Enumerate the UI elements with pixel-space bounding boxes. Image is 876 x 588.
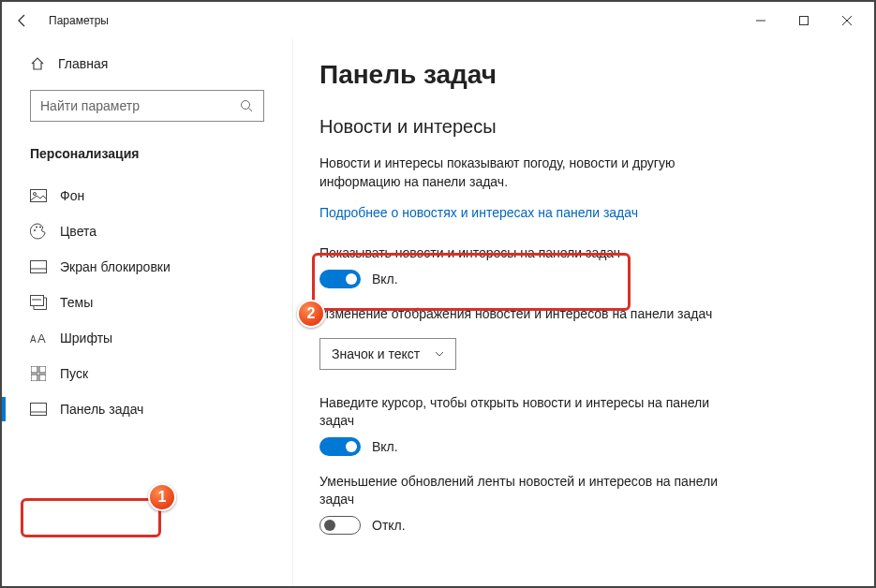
lockscreen-icon (30, 258, 47, 275)
nav-label: Экран блокировки (60, 259, 171, 274)
sidebar-item-themes[interactable]: Темы (9, 285, 285, 320)
svg-rect-17 (39, 375, 46, 381)
sidebar-item-lockscreen[interactable]: Экран блокировки (9, 249, 285, 285)
dropdown-value: Значок и текст (332, 346, 420, 361)
svg-rect-1 (800, 17, 809, 25)
fonts-icon: AA (30, 330, 47, 346)
svg-text:A: A (37, 331, 46, 345)
svg-rect-9 (31, 261, 47, 273)
section-description: Новости и интересы показывают погоду, но… (319, 154, 732, 191)
toggle-reduce-updates-state: Откл. (372, 518, 406, 533)
home-label: Главная (58, 56, 108, 71)
nav-label: Пуск (60, 366, 88, 381)
nav-label: Фон (60, 188, 84, 203)
section-title: Новости и интересы (319, 116, 848, 138)
nav-label: Панель задач (60, 402, 143, 417)
window-title: Параметры (49, 14, 109, 27)
annotation-badge-2: 2 (297, 300, 325, 328)
nav-label: Цвета (60, 224, 97, 239)
svg-point-5 (34, 193, 37, 196)
palette-icon (30, 223, 47, 240)
chevron-down-icon (435, 351, 444, 357)
svg-point-6 (34, 229, 36, 231)
search-placeholder: Найти параметр (40, 98, 140, 113)
toggle-show-news-state: Вкл. (372, 272, 398, 287)
nav-label: Шрифты (60, 331, 112, 345)
learn-more-link[interactable]: Подробнее о новостях и интересах на пане… (319, 205, 638, 220)
sidebar-item-colors[interactable]: Цвета (9, 213, 285, 249)
svg-rect-4 (31, 190, 47, 202)
settings-window: Параметры Главная Найти параметр Персона… (0, 0, 876, 588)
svg-line-3 (249, 109, 253, 112)
home-link[interactable]: Главная (9, 52, 285, 75)
sidebar-section-title: Персонализация (30, 146, 264, 161)
sidebar-item-background[interactable]: Фон (9, 178, 285, 213)
setting-show-news-label: Показывать новости и интересы на панели … (319, 244, 732, 262)
svg-rect-16 (31, 375, 37, 381)
svg-rect-18 (31, 404, 47, 416)
toggle-hover-open[interactable] (319, 437, 361, 456)
close-button[interactable] (825, 6, 869, 36)
titlebar: Параметры (2, 2, 874, 39)
taskbar-icon (30, 401, 47, 418)
setting-display-mode-label: Изменение отображения новостей и интерес… (319, 305, 732, 323)
window-controls (739, 6, 869, 36)
svg-rect-11 (31, 296, 44, 306)
home-icon (30, 56, 45, 71)
svg-point-7 (36, 227, 37, 228)
svg-point-8 (39, 227, 41, 228)
annotation-badge-1: 1 (148, 483, 176, 511)
toggle-reduce-updates[interactable] (319, 516, 361, 535)
sidebar-item-taskbar[interactable]: Панель задач (9, 391, 285, 427)
dropdown-display-mode[interactable]: Значок и текст (319, 338, 456, 370)
toggle-show-news[interactable] (319, 270, 361, 288)
sidebar-item-fonts[interactable]: AA Шрифты (9, 320, 285, 356)
start-icon (30, 365, 47, 382)
toggle-hover-open-state: Вкл. (372, 439, 398, 454)
svg-rect-15 (39, 366, 46, 373)
svg-point-2 (242, 101, 250, 110)
svg-text:A: A (30, 334, 37, 345)
annotation-highlight-1 (21, 498, 161, 537)
content-area: Панель задач Новости и интересы Новости … (292, 39, 874, 586)
maximize-button[interactable] (782, 6, 825, 36)
picture-icon (30, 187, 47, 204)
svg-rect-10 (31, 269, 47, 273)
setting-reduce-updates-label: Уменьшение обновлений ленты новостей и и… (319, 473, 732, 508)
themes-icon (30, 294, 47, 311)
search-input[interactable]: Найти параметр (30, 90, 264, 122)
svg-rect-14 (31, 366, 37, 373)
sidebar: Главная Найти параметр Персонализация Фо… (2, 39, 292, 586)
minimize-button[interactable] (739, 6, 782, 36)
sidebar-item-start[interactable]: Пуск (9, 356, 285, 391)
nav-label: Темы (60, 295, 93, 310)
search-icon (239, 98, 254, 113)
setting-hover-open-label: Наведите курсор, чтобы открыть новости и… (319, 394, 732, 430)
back-button[interactable] (7, 6, 37, 36)
page-title: Панель задач (319, 60, 848, 90)
